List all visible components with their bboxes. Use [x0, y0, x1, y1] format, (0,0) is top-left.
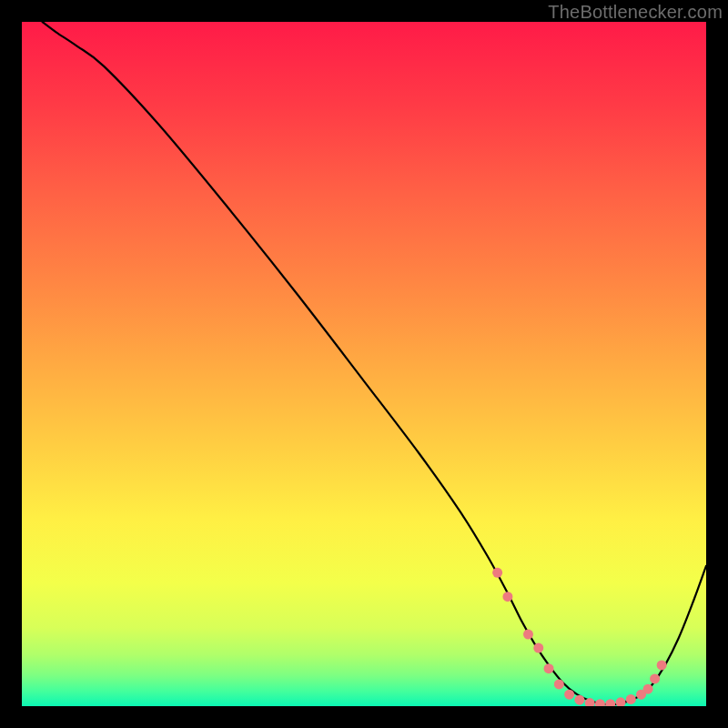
marker-dot [502, 592, 512, 602]
chart-background [22, 22, 706, 706]
chart-frame [22, 22, 706, 706]
marker-dot [492, 568, 502, 578]
marker-dot [554, 679, 564, 689]
attribution-label: TheBottlenecker.com [548, 2, 723, 23]
marker-dot [626, 694, 636, 704]
marker-dot [533, 643, 543, 653]
marker-dot [574, 695, 584, 705]
chart-plot [22, 22, 706, 706]
marker-dot [650, 673, 660, 683]
marker-dot [564, 690, 574, 700]
marker-dot [544, 663, 554, 673]
marker-dot [657, 660, 667, 670]
marker-dot [643, 684, 653, 694]
marker-dot [523, 630, 533, 640]
